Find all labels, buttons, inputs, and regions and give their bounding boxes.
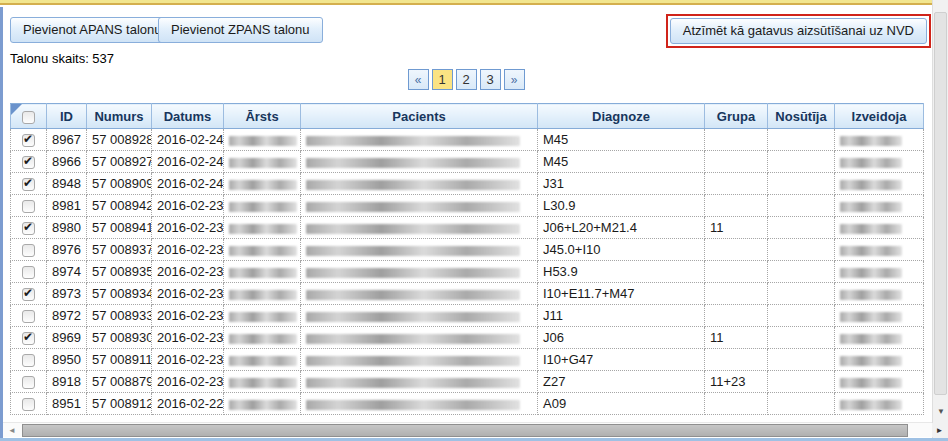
cell-datums: 2016-02-22 [152, 393, 224, 415]
redacted-text-bar [229, 312, 297, 322]
redacted-text-bar [840, 400, 902, 410]
header-pacients[interactable]: Pacients [301, 104, 538, 129]
table-row[interactable]: 8950 57 008911 2016-02-23 I10+G47 [11, 349, 924, 371]
cell-nosutija [768, 305, 835, 327]
cell-pacients-redacted [301, 393, 538, 415]
cell-pacients-redacted [301, 305, 538, 327]
row-checkbox[interactable] [22, 200, 35, 213]
add-zpans-button[interactable]: Pievienot ZPANS talonu [158, 17, 323, 43]
table-row[interactable]: 8951 57 008912 2016-02-22 A09 [11, 393, 924, 415]
row-checkbox[interactable] [22, 376, 35, 389]
pagination-next-button[interactable]: » [504, 69, 525, 90]
redacted-text-bar [229, 158, 297, 168]
redacted-text-bar [840, 246, 902, 256]
row-checkbox[interactable] [22, 354, 35, 367]
table-row[interactable]: 8976 57 008937 2016-02-23 J45.0+I10 [11, 239, 924, 261]
row-checkbox[interactable] [22, 310, 35, 323]
redacted-text-bar [840, 334, 902, 344]
header-id[interactable]: ID [47, 104, 87, 129]
row-checkbox[interactable] [22, 134, 35, 147]
vertical-scrollbar-thumb[interactable] [934, 12, 947, 395]
vertical-scrollbar[interactable]: ▼ [932, 0, 948, 438]
cell-datums: 2016-02-23 [152, 283, 224, 305]
cell-pacients-redacted [301, 239, 538, 261]
header-arsts[interactable]: Ārsts [224, 104, 301, 129]
cell-grupa: 11 [705, 327, 768, 349]
header-numurs[interactable]: Numurs [87, 104, 152, 129]
table-row[interactable]: 8973 57 008934 2016-02-23 I10+E11.7+M47 [11, 283, 924, 305]
cell-grupa [705, 195, 768, 217]
cell-nosutija [768, 393, 835, 415]
pagination: « 1 2 3 » [0, 69, 932, 90]
redacted-text-bar [306, 356, 520, 366]
row-checkbox[interactable] [22, 222, 35, 235]
cell-datums: 2016-02-23 [152, 261, 224, 283]
add-apans-button[interactable]: Pievienot APANS talonu [10, 17, 175, 43]
cell-diagnoze: A09 [538, 393, 705, 415]
row-checkbox[interactable] [22, 398, 35, 411]
row-checkbox[interactable] [22, 266, 35, 279]
cell-arsts-redacted [224, 239, 301, 261]
redacted-text-bar [306, 400, 520, 410]
table-row[interactable]: 8969 57 008930 2016-02-23 J06 11 [11, 327, 924, 349]
header-grupa[interactable]: Grupa [705, 104, 768, 129]
header-izveidoja[interactable]: Izveidoja [835, 104, 924, 129]
table-row[interactable]: 8974 57 008935 2016-02-23 H53.9 [11, 261, 924, 283]
table-row[interactable]: 8967 57 008928 2016-02-24 M45 [11, 129, 924, 151]
row-checkbox[interactable] [22, 332, 35, 345]
header-datums[interactable]: Datums [152, 104, 224, 129]
select-all-header [11, 104, 47, 129]
cell-izveidoja-redacted [835, 305, 924, 327]
redacted-text-bar [229, 356, 297, 366]
row-checkbox-cell [11, 195, 47, 217]
table-row[interactable]: 8948 57 008909 2016-02-24 J31 [11, 173, 924, 195]
cell-datums: 2016-02-24 [152, 129, 224, 151]
cell-grupa [705, 393, 768, 415]
cell-numurs: 57 008933 [87, 305, 152, 327]
table-row[interactable]: 8980 57 008941 2016-02-23 J06+L20+M21.4 … [11, 217, 924, 239]
redacted-text-bar [840, 180, 902, 190]
cell-grupa [705, 239, 768, 261]
cell-izveidoja-redacted [835, 239, 924, 261]
table-row[interactable]: 8918 57 008879 2016-02-23 Z27 11+23 [11, 371, 924, 393]
redacted-text-bar [840, 268, 902, 278]
cell-izveidoja-redacted [835, 261, 924, 283]
cell-grupa [705, 305, 768, 327]
mark-ready-nvd-button[interactable]: Atzīmēt kā gatavus aizsūtīšanai uz NVD [670, 18, 927, 44]
pagination-page-1[interactable]: 1 [432, 69, 453, 90]
cell-izveidoja-redacted [835, 129, 924, 151]
row-checkbox[interactable] [22, 156, 35, 169]
scroll-right-icon[interactable]: ► [932, 423, 947, 437]
header-nosutija[interactable]: Nosūtīja [768, 104, 835, 129]
redacted-text-bar [306, 158, 520, 168]
pagination-prev-button[interactable]: « [408, 69, 429, 90]
row-checkbox[interactable] [22, 178, 35, 191]
horizontal-scrollbar[interactable]: ◄ [3, 422, 932, 437]
table-row[interactable]: 8966 57 008927 2016-02-24 M45 [11, 151, 924, 173]
scroll-left-icon[interactable]: ◄ [5, 423, 19, 438]
row-checkbox[interactable] [22, 244, 35, 257]
pagination-page-3[interactable]: 3 [480, 69, 501, 90]
redacted-text-bar [306, 202, 520, 212]
select-all-checkbox[interactable] [22, 111, 35, 124]
row-checkbox[interactable] [22, 288, 35, 301]
cell-datums: 2016-02-23 [152, 195, 224, 217]
pagination-page-2[interactable]: 2 [456, 69, 477, 90]
cell-numurs: 57 008942 [87, 195, 152, 217]
redacted-text-bar [229, 246, 297, 256]
header-diagnoze[interactable]: Diagnoze [538, 104, 705, 129]
horizontal-scrollbar-thumb[interactable] [22, 424, 908, 437]
table-row[interactable]: 8972 57 008933 2016-02-23 J11 [11, 305, 924, 327]
cell-datums: 2016-02-24 [152, 173, 224, 195]
cell-arsts-redacted [224, 173, 301, 195]
cell-numurs: 57 008928 [87, 129, 152, 151]
cell-nosutija [768, 349, 835, 371]
cell-pacients-redacted [301, 283, 538, 305]
cell-grupa [705, 151, 768, 173]
cell-pacients-redacted [301, 371, 538, 393]
cell-diagnoze: Z27 [538, 371, 705, 393]
table-row[interactable]: 8981 57 008942 2016-02-23 L30.9 [11, 195, 924, 217]
cell-arsts-redacted [224, 371, 301, 393]
scroll-down-icon[interactable]: ▼ [933, 403, 948, 419]
cell-arsts-redacted [224, 151, 301, 173]
